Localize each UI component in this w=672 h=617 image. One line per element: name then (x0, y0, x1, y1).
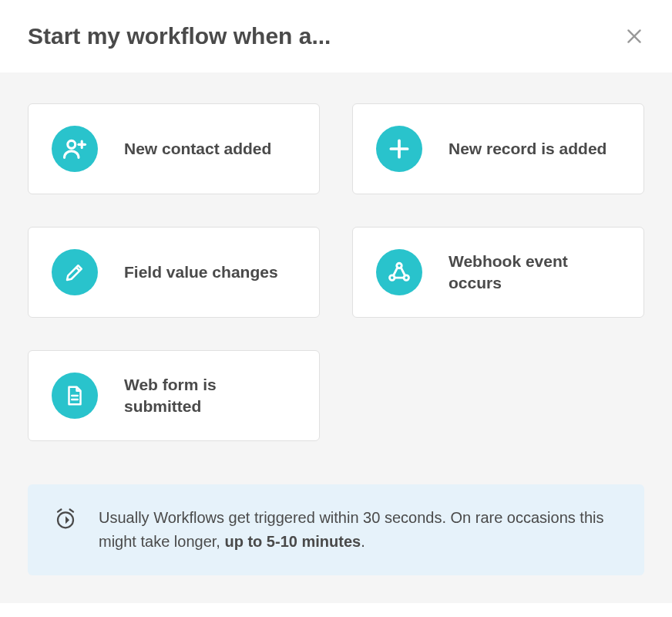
pencil-icon (52, 249, 98, 295)
svg-line-7 (76, 268, 79, 271)
person-add-icon (52, 126, 98, 172)
close-button[interactable] (624, 26, 644, 46)
trigger-webhook-event-occurs[interactable]: Webhook event occurs (352, 227, 644, 318)
trigger-grid: New contact added New record is added Fi… (28, 103, 644, 441)
trigger-web-form-submitted[interactable]: Web form is submitted (28, 350, 320, 441)
modal-title: Start my workflow when a... (28, 23, 331, 49)
plus-icon (376, 126, 422, 172)
svg-marker-14 (66, 516, 69, 524)
trigger-label: Web form is submitted (124, 374, 296, 418)
modal-content: New contact added New record is added Fi… (0, 72, 672, 603)
info-banner: Usually Workflows get triggered within 3… (28, 484, 644, 575)
trigger-label: Webhook event occurs (449, 251, 620, 295)
info-text: Usually Workflows get triggered within 3… (99, 506, 618, 554)
trigger-label: New record is added (449, 138, 606, 160)
info-text-suffix: . (361, 533, 365, 550)
webhook-icon (376, 249, 422, 295)
close-icon (624, 26, 644, 46)
trigger-new-contact-added[interactable]: New contact added (28, 103, 320, 194)
trigger-field-value-changes[interactable]: Field value changes (28, 227, 320, 318)
modal-header: Start my workflow when a... (0, 0, 672, 72)
clock-alert-icon (54, 507, 77, 534)
trigger-new-record-added[interactable]: New record is added (352, 103, 644, 194)
trigger-label: Field value changes (124, 261, 278, 283)
document-icon (52, 373, 98, 419)
trigger-label: New contact added (124, 138, 271, 160)
svg-line-16 (70, 510, 73, 512)
svg-line-15 (58, 510, 61, 512)
info-text-bold: up to 5-10 minutes (224, 533, 361, 550)
svg-point-2 (68, 140, 76, 148)
